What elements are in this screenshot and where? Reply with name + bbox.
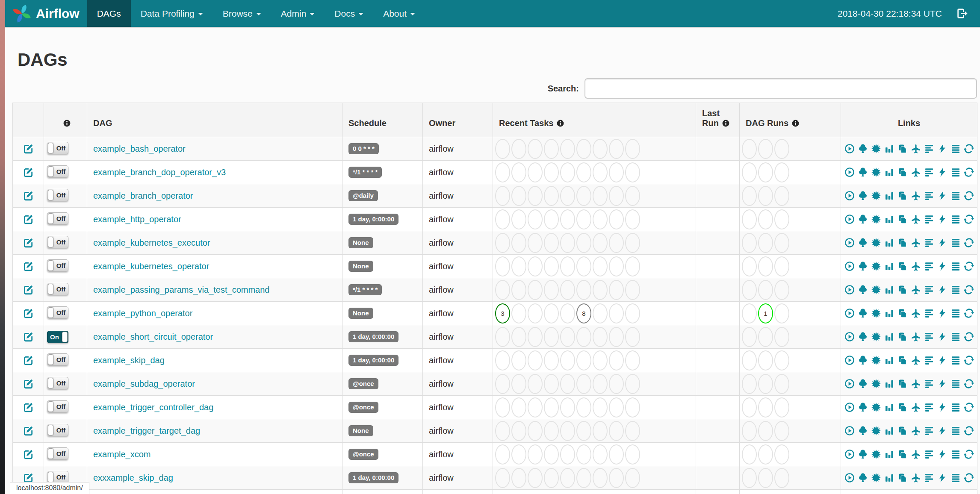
recent-task-circle[interactable] — [576, 468, 591, 488]
graph-view-link[interactable] — [871, 261, 881, 271]
recent-task-circle[interactable] — [511, 209, 526, 229]
task-details-link[interactable] — [950, 332, 961, 342]
recent-task-circle[interactable] — [560, 209, 575, 229]
task-tries-link[interactable] — [897, 332, 908, 342]
edit-dag-link[interactable] — [23, 402, 34, 411]
dag-run-circle[interactable] — [742, 209, 757, 229]
graph-view-link[interactable] — [871, 285, 881, 295]
dag-link[interactable]: example_trigger_target_dag — [93, 426, 200, 435]
recent-task-circle[interactable] — [625, 303, 640, 323]
recent-task-circle[interactable] — [625, 139, 640, 159]
recent-task-circle[interactable] — [528, 397, 543, 418]
tree-view-link[interactable] — [858, 449, 868, 459]
schedule-badge[interactable]: @once — [348, 378, 378, 389]
dag-run-circle[interactable] — [742, 444, 757, 465]
recent-task-circle[interactable] — [625, 374, 640, 394]
dag-pause-toggle[interactable]: Off — [47, 283, 68, 295]
recent-task-circle[interactable] — [593, 280, 608, 300]
recent-task-circle[interactable] — [576, 186, 591, 206]
task-tries-link[interactable] — [897, 214, 908, 224]
schedule-badge[interactable]: None — [348, 261, 373, 272]
dag-pause-toggle[interactable]: Off — [47, 212, 68, 225]
recent-task-circle[interactable] — [511, 280, 526, 300]
dag-run-circle[interactable] — [758, 280, 773, 300]
recent-task-circle[interactable] — [576, 374, 591, 394]
recent-task-circle[interactable] — [625, 327, 640, 347]
task-tries-link[interactable] — [897, 144, 908, 154]
gantt-view-link[interactable] — [924, 261, 934, 271]
dag-run-circle[interactable] — [758, 233, 773, 253]
trigger-dag-link[interactable] — [844, 238, 855, 248]
dag-link[interactable]: example_subdag_operator — [93, 379, 195, 388]
recent-task-circle[interactable] — [528, 374, 543, 394]
dag-link[interactable]: example_bash_operator — [93, 144, 186, 153]
recent-task-circle[interactable] — [544, 186, 559, 206]
recent-task-circle[interactable] — [560, 162, 575, 182]
recent-task-circle[interactable] — [609, 421, 624, 441]
edit-dag-link[interactable] — [23, 308, 34, 317]
dag-run-circle[interactable] — [742, 233, 757, 253]
recent-task-circle[interactable] — [544, 280, 559, 300]
recent-task-circle[interactable] — [593, 468, 608, 488]
task-duration-link[interactable] — [884, 379, 894, 389]
recent-task-circle[interactable] — [576, 327, 591, 347]
dag-run-circle[interactable] — [774, 256, 789, 276]
schedule-badge[interactable]: 1 day, 0:00:00 — [348, 214, 398, 225]
landing-times-link[interactable] — [911, 473, 921, 483]
gantt-view-link[interactable] — [924, 402, 934, 412]
task-tries-link[interactable] — [897, 191, 908, 201]
recent-task-circle[interactable] — [544, 303, 559, 323]
recent-task-circle[interactable] — [609, 397, 624, 418]
refresh-dag-link[interactable] — [964, 355, 974, 365]
recent-task-circle[interactable] — [544, 256, 559, 276]
trigger-dag-link[interactable] — [844, 261, 855, 271]
dag-pause-toggle[interactable]: Off — [47, 165, 68, 178]
task-details-link[interactable] — [950, 379, 961, 389]
recent-task-circle[interactable] — [495, 350, 510, 370]
dag-run-circle[interactable] — [774, 280, 789, 300]
code-view-link[interactable] — [937, 355, 948, 365]
recent-task-circle[interactable] — [511, 350, 526, 370]
code-view-link[interactable] — [937, 191, 948, 201]
tree-view-link[interactable] — [858, 308, 868, 318]
dag-pause-toggle[interactable]: Off — [47, 400, 68, 413]
trigger-dag-link[interactable] — [844, 355, 855, 365]
edit-dag-link[interactable] — [23, 449, 34, 458]
gantt-view-link[interactable] — [924, 285, 934, 295]
tree-view-link[interactable] — [858, 144, 868, 154]
gantt-view-link[interactable] — [924, 332, 934, 342]
schedule-badge[interactable]: None — [348, 425, 373, 436]
dag-pause-toggle[interactable]: On — [47, 331, 68, 343]
sign-out-icon[interactable] — [956, 8, 968, 19]
recent-task-circle[interactable] — [593, 303, 608, 323]
gantt-view-link[interactable] — [924, 473, 934, 483]
refresh-dag-link[interactable] — [964, 261, 974, 271]
task-duration-link[interactable] — [884, 473, 894, 483]
recent-task-circle[interactable] — [528, 162, 543, 182]
gantt-view-link[interactable] — [924, 379, 934, 389]
task-duration-link[interactable] — [884, 308, 894, 318]
dag-link[interactable]: example_short_circuit_operator — [93, 332, 213, 341]
recent-task-circle[interactable]: 8 — [576, 303, 591, 323]
nav-item-docs[interactable]: Docs — [325, 0, 373, 27]
recent-task-circle[interactable] — [511, 397, 526, 418]
landing-times-link[interactable] — [911, 261, 921, 271]
landing-times-link[interactable] — [911, 355, 921, 365]
code-view-link[interactable] — [937, 379, 948, 389]
recent-task-circle[interactable] — [544, 327, 559, 347]
nav-item-about[interactable]: About — [373, 0, 425, 27]
refresh-dag-link[interactable] — [964, 191, 974, 201]
dag-pause-toggle[interactable]: Off — [47, 471, 68, 483]
landing-times-link[interactable] — [911, 402, 921, 412]
recent-task-circle[interactable] — [511, 162, 526, 182]
tree-view-link[interactable] — [858, 379, 868, 389]
dag-run-circle[interactable] — [774, 350, 789, 370]
recent-task-circle[interactable] — [593, 186, 608, 206]
nav-item-admin[interactable]: Admin — [271, 0, 325, 27]
info-icon[interactable] — [791, 119, 800, 127]
trigger-dag-link[interactable] — [844, 308, 855, 318]
dag-run-circle[interactable] — [742, 327, 757, 347]
dag-link[interactable]: example_http_operator — [93, 215, 181, 224]
task-duration-link[interactable] — [884, 426, 894, 436]
code-view-link[interactable] — [937, 144, 948, 154]
